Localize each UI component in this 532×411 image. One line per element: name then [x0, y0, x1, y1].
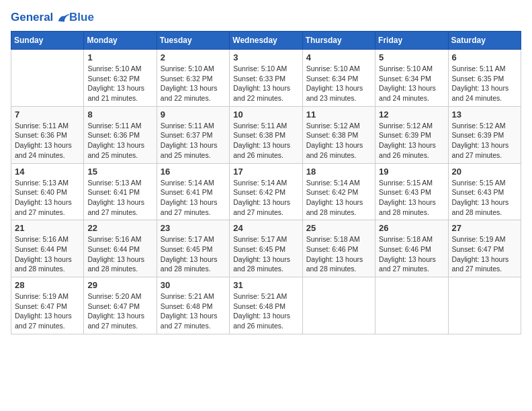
calendar-cell: 5Sunrise: 5:10 AM Sunset: 6:34 PM Daylig…: [375, 50, 448, 107]
day-number: 15: [87, 167, 152, 177]
day-number: 20: [452, 167, 517, 177]
day-info: Sunrise: 5:13 AM Sunset: 6:40 PM Dayligh…: [15, 178, 80, 218]
calendar-cell: 17Sunrise: 5:14 AM Sunset: 6:42 PM Dayli…: [230, 163, 302, 220]
calendar-cell: 4Sunrise: 5:10 AM Sunset: 6:34 PM Daylig…: [302, 50, 375, 107]
calendar-cell: 14Sunrise: 5:13 AM Sunset: 6:40 PM Dayli…: [11, 163, 84, 220]
day-number: 6: [452, 52, 517, 62]
calendar-cell: 24Sunrise: 5:17 AM Sunset: 6:45 PM Dayli…: [230, 220, 302, 277]
day-number: 12: [379, 109, 444, 120]
day-info: Sunrise: 5:11 AM Sunset: 6:38 PM Dayligh…: [233, 121, 298, 161]
day-info: Sunrise: 5:12 AM Sunset: 6:38 PM Dayligh…: [306, 121, 371, 161]
day-number: 28: [15, 280, 80, 290]
weekday-header-tuesday: Tuesday: [157, 32, 229, 50]
day-number: 18: [306, 167, 371, 177]
calendar-cell: 20Sunrise: 5:15 AM Sunset: 6:43 PM Dayli…: [448, 163, 521, 220]
day-number: 5: [379, 52, 444, 62]
day-info: Sunrise: 5:14 AM Sunset: 6:42 PM Dayligh…: [233, 178, 298, 218]
day-number: 21: [15, 223, 80, 233]
calendar-cell: 23Sunrise: 5:17 AM Sunset: 6:45 PM Dayli…: [157, 220, 229, 277]
day-info: Sunrise: 5:11 AM Sunset: 6:36 PM Dayligh…: [87, 121, 152, 161]
calendar-cell: 12Sunrise: 5:12 AM Sunset: 6:39 PM Dayli…: [375, 106, 448, 163]
day-info: Sunrise: 5:10 AM Sunset: 6:34 PM Dayligh…: [306, 64, 371, 103]
day-info: Sunrise: 5:15 AM Sunset: 6:43 PM Dayligh…: [379, 178, 444, 218]
day-number: 22: [87, 223, 152, 233]
page-header: General Blue: [11, 11, 521, 30]
day-info: Sunrise: 5:19 AM Sunset: 6:47 PM Dayligh…: [452, 234, 517, 274]
weekday-header-sunday: Sunday: [11, 32, 84, 50]
day-info: Sunrise: 5:11 AM Sunset: 6:36 PM Dayligh…: [15, 121, 80, 161]
weekday-header-thursday: Thursday: [302, 32, 375, 50]
weekday-header-monday: Monday: [84, 32, 157, 50]
day-number: 1: [87, 52, 152, 62]
day-info: Sunrise: 5:18 AM Sunset: 6:46 PM Dayligh…: [306, 234, 371, 274]
calendar-cell: 28Sunrise: 5:19 AM Sunset: 6:47 PM Dayli…: [11, 277, 84, 334]
weekday-header-row: SundayMondayTuesdayWednesdayThursdayFrid…: [11, 32, 521, 50]
day-number: 3: [233, 52, 298, 62]
calendar-week-row: 1Sunrise: 5:10 AM Sunset: 6:32 PM Daylig…: [11, 50, 521, 107]
calendar-cell: [375, 277, 448, 334]
calendar-cell: [11, 50, 84, 107]
calendar-cell: 21Sunrise: 5:16 AM Sunset: 6:44 PM Dayli…: [11, 220, 84, 277]
calendar-week-row: 14Sunrise: 5:13 AM Sunset: 6:40 PM Dayli…: [11, 163, 521, 220]
day-info: Sunrise: 5:13 AM Sunset: 6:41 PM Dayligh…: [87, 178, 152, 218]
calendar-cell: 3Sunrise: 5:10 AM Sunset: 6:33 PM Daylig…: [230, 50, 302, 107]
day-number: 29: [87, 280, 152, 290]
day-info: Sunrise: 5:19 AM Sunset: 6:47 PM Dayligh…: [15, 291, 80, 331]
day-info: Sunrise: 5:20 AM Sunset: 6:47 PM Dayligh…: [87, 291, 152, 331]
day-info: Sunrise: 5:16 AM Sunset: 6:44 PM Dayligh…: [15, 234, 80, 274]
day-info: Sunrise: 5:14 AM Sunset: 6:42 PM Dayligh…: [306, 178, 371, 218]
day-number: 11: [306, 109, 371, 120]
logo-bird-icon: [57, 13, 69, 23]
logo: General Blue: [11, 11, 94, 24]
calendar-week-row: 21Sunrise: 5:16 AM Sunset: 6:44 PM Dayli…: [11, 220, 521, 277]
calendar-cell: [302, 277, 375, 334]
calendar-cell: 15Sunrise: 5:13 AM Sunset: 6:41 PM Dayli…: [84, 163, 157, 220]
calendar-cell: 26Sunrise: 5:18 AM Sunset: 6:46 PM Dayli…: [375, 220, 448, 277]
day-number: 4: [306, 52, 371, 62]
day-info: Sunrise: 5:14 AM Sunset: 6:41 PM Dayligh…: [161, 178, 226, 218]
day-info: Sunrise: 5:11 AM Sunset: 6:37 PM Dayligh…: [161, 121, 226, 161]
calendar-cell: 31Sunrise: 5:21 AM Sunset: 6:48 PM Dayli…: [230, 277, 302, 334]
calendar-cell: 27Sunrise: 5:19 AM Sunset: 6:47 PM Dayli…: [448, 220, 521, 277]
day-number: 26: [379, 223, 444, 233]
calendar-cell: 8Sunrise: 5:11 AM Sunset: 6:36 PM Daylig…: [84, 106, 157, 163]
calendar-cell: 6Sunrise: 5:11 AM Sunset: 6:35 PM Daylig…: [448, 50, 521, 107]
day-number: 13: [452, 109, 517, 120]
day-info: Sunrise: 5:15 AM Sunset: 6:43 PM Dayligh…: [452, 178, 517, 218]
day-info: Sunrise: 5:17 AM Sunset: 6:45 PM Dayligh…: [161, 234, 226, 274]
day-number: 30: [161, 280, 226, 290]
day-info: Sunrise: 5:10 AM Sunset: 6:32 PM Dayligh…: [87, 64, 152, 103]
day-info: Sunrise: 5:17 AM Sunset: 6:45 PM Dayligh…: [233, 234, 298, 274]
weekday-header-friday: Friday: [375, 32, 448, 50]
calendar-cell: 29Sunrise: 5:20 AM Sunset: 6:47 PM Dayli…: [84, 277, 157, 334]
day-number: 19: [379, 167, 444, 177]
day-number: 10: [233, 109, 298, 120]
day-number: 27: [452, 223, 517, 233]
calendar-week-row: 7Sunrise: 5:11 AM Sunset: 6:36 PM Daylig…: [11, 106, 521, 163]
day-info: Sunrise: 5:16 AM Sunset: 6:44 PM Dayligh…: [87, 234, 152, 274]
day-info: Sunrise: 5:10 AM Sunset: 6:33 PM Dayligh…: [233, 64, 298, 103]
calendar-cell: 18Sunrise: 5:14 AM Sunset: 6:42 PM Dayli…: [302, 163, 375, 220]
calendar-cell: 30Sunrise: 5:21 AM Sunset: 6:48 PM Dayli…: [157, 277, 229, 334]
day-info: Sunrise: 5:21 AM Sunset: 6:48 PM Dayligh…: [233, 291, 298, 331]
day-number: 25: [306, 223, 371, 233]
day-number: 2: [161, 52, 226, 62]
calendar-cell: 2Sunrise: 5:10 AM Sunset: 6:32 PM Daylig…: [157, 50, 229, 107]
day-number: 14: [15, 167, 80, 177]
day-info: Sunrise: 5:12 AM Sunset: 6:39 PM Dayligh…: [379, 121, 444, 161]
day-info: Sunrise: 5:10 AM Sunset: 6:34 PM Dayligh…: [379, 64, 444, 103]
calendar-cell: 13Sunrise: 5:12 AM Sunset: 6:39 PM Dayli…: [448, 106, 521, 163]
calendar-cell: 16Sunrise: 5:14 AM Sunset: 6:41 PM Dayli…: [157, 163, 229, 220]
calendar-cell: [448, 277, 521, 334]
day-number: 17: [233, 167, 298, 177]
calendar-cell: 7Sunrise: 5:11 AM Sunset: 6:36 PM Daylig…: [11, 106, 84, 163]
day-info: Sunrise: 5:21 AM Sunset: 6:48 PM Dayligh…: [161, 291, 226, 331]
calendar-cell: 19Sunrise: 5:15 AM Sunset: 6:43 PM Dayli…: [375, 163, 448, 220]
day-number: 16: [161, 167, 226, 177]
calendar-cell: 9Sunrise: 5:11 AM Sunset: 6:37 PM Daylig…: [157, 106, 229, 163]
day-info: Sunrise: 5:12 AM Sunset: 6:39 PM Dayligh…: [452, 121, 517, 161]
calendar-week-row: 28Sunrise: 5:19 AM Sunset: 6:47 PM Dayli…: [11, 277, 521, 334]
calendar-cell: 22Sunrise: 5:16 AM Sunset: 6:44 PM Dayli…: [84, 220, 157, 277]
calendar-cell: 10Sunrise: 5:11 AM Sunset: 6:38 PM Dayli…: [230, 106, 302, 163]
logo-text: General: [11, 11, 69, 24]
